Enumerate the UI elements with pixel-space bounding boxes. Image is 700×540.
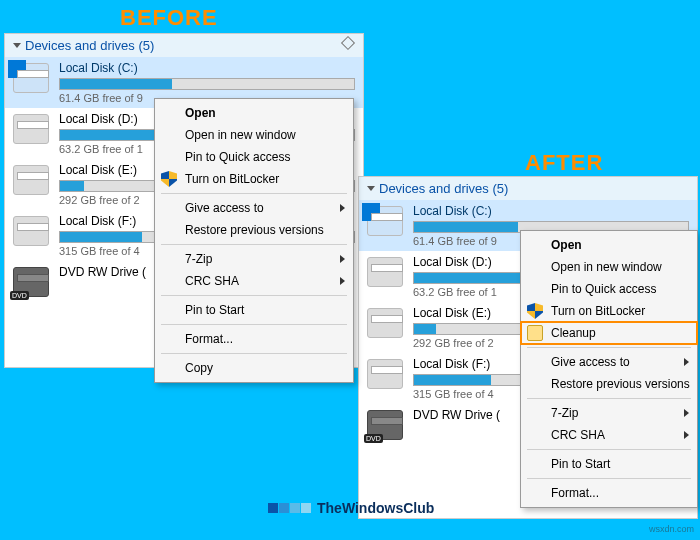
menu-item-cleanup[interactable]: Cleanup <box>521 322 697 344</box>
devices-header-text: Devices and drives (5) <box>379 181 508 196</box>
chevron-right-icon <box>340 204 345 212</box>
before-label: BEFORE <box>120 5 218 31</box>
menu-item-give-access-to[interactable]: Give access to <box>521 351 697 373</box>
thewindowsclub-logo: TheWindowsClub <box>268 500 434 516</box>
menu-item-pin-to-quick-access[interactable]: Pin to Quick access <box>521 278 697 300</box>
menu-item-label: Pin to Start <box>185 303 244 317</box>
hard-drive-icon <box>13 165 49 195</box>
menu-item-label: Open in new window <box>551 260 662 274</box>
menu-item-format[interactable]: Format... <box>155 328 353 350</box>
dvd-badge: DVD <box>10 291 29 300</box>
menu-item-open-in-new-window[interactable]: Open in new window <box>521 256 697 278</box>
menu-separator <box>527 478 691 479</box>
menu-item-copy[interactable]: Copy <box>155 357 353 379</box>
menu-item-format[interactable]: Format... <box>521 482 697 504</box>
chevron-right-icon <box>340 277 345 285</box>
menu-item-label: Give access to <box>185 201 264 215</box>
chevron-down-icon <box>367 186 375 191</box>
menu-item-label: Turn on BitLocker <box>185 172 279 186</box>
menu-separator <box>161 295 347 296</box>
drive-name: Local Disk (C:) <box>59 61 355 75</box>
hard-drive-icon <box>13 216 49 246</box>
menu-item-label: Pin to Start <box>551 457 610 471</box>
menu-item-open-in-new-window[interactable]: Open in new window <box>155 124 353 146</box>
menu-item-label: Copy <box>185 361 213 375</box>
menu-item-label: Pin to Quick access <box>551 282 656 296</box>
chevron-right-icon <box>340 255 345 263</box>
menu-item-label: Open <box>185 106 216 120</box>
menu-item-7-zip[interactable]: 7-Zip <box>155 248 353 270</box>
usage-bar <box>59 78 355 90</box>
menu-item-label: 7-Zip <box>551 406 578 420</box>
hard-drive-icon <box>367 206 403 236</box>
dvd-drive-icon: DVD <box>367 410 403 440</box>
menu-separator <box>527 347 691 348</box>
menu-item-crc-sha[interactable]: CRC SHA <box>521 424 697 446</box>
menu-item-label: Restore previous versions <box>185 223 324 237</box>
menu-item-open[interactable]: Open <box>155 102 353 124</box>
menu-separator <box>161 324 347 325</box>
dvd-drive-icon: DVD <box>13 267 49 297</box>
menu-item-label: Turn on BitLocker <box>551 304 645 318</box>
context-menu-after: OpenOpen in new windowPin to Quick acces… <box>520 230 698 508</box>
chevron-right-icon <box>684 409 689 417</box>
menu-item-restore-previous-versions[interactable]: Restore previous versions <box>155 219 353 241</box>
context-menu-before: OpenOpen in new windowPin to Quick acces… <box>154 98 354 383</box>
menu-item-label: CRC SHA <box>185 274 239 288</box>
hard-drive-icon <box>13 114 49 144</box>
devices-header[interactable]: Devices and drives (5) <box>5 34 363 57</box>
chevron-right-icon <box>684 358 689 366</box>
menu-item-turn-on-bitlocker[interactable]: Turn on BitLocker <box>521 300 697 322</box>
chevron-right-icon <box>684 431 689 439</box>
after-label: AFTER <box>525 150 603 176</box>
menu-item-restore-previous-versions[interactable]: Restore previous versions <box>521 373 697 395</box>
hard-drive-icon <box>367 308 403 338</box>
shield-icon <box>527 303 543 319</box>
menu-item-7-zip[interactable]: 7-Zip <box>521 402 697 424</box>
menu-item-label: Give access to <box>551 355 630 369</box>
menu-item-turn-on-bitlocker[interactable]: Turn on BitLocker <box>155 168 353 190</box>
menu-item-label: Open <box>551 238 582 252</box>
menu-item-label: Pin to Quick access <box>185 150 290 164</box>
menu-item-pin-to-start[interactable]: Pin to Start <box>521 453 697 475</box>
menu-item-label: Format... <box>551 486 599 500</box>
menu-item-pin-to-start[interactable]: Pin to Start <box>155 299 353 321</box>
hard-drive-icon <box>13 63 49 93</box>
menu-item-give-access-to[interactable]: Give access to <box>155 197 353 219</box>
menu-item-open[interactable]: Open <box>521 234 697 256</box>
menu-item-crc-sha[interactable]: CRC SHA <box>155 270 353 292</box>
hard-drive-icon <box>367 359 403 389</box>
hard-drive-icon <box>367 257 403 287</box>
menu-item-label: 7-Zip <box>185 252 212 266</box>
devices-header-text: Devices and drives (5) <box>25 38 154 53</box>
menu-separator <box>527 449 691 450</box>
drive-name: Local Disk (C:) <box>413 204 689 218</box>
menu-separator <box>527 398 691 399</box>
watermark: wsxdn.com <box>649 524 694 534</box>
menu-item-label: Open in new window <box>185 128 296 142</box>
shield-icon <box>161 171 177 187</box>
menu-item-label: CRC SHA <box>551 428 605 442</box>
disk-cleanup-icon <box>527 325 543 341</box>
menu-item-label: Cleanup <box>551 326 596 340</box>
menu-separator <box>161 353 347 354</box>
menu-separator <box>161 244 347 245</box>
menu-item-label: Restore previous versions <box>551 377 690 391</box>
chevron-down-icon <box>13 43 21 48</box>
menu-separator <box>161 193 347 194</box>
dvd-badge: DVD <box>364 434 383 443</box>
menu-item-label: Format... <box>185 332 233 346</box>
menu-item-pin-to-quick-access[interactable]: Pin to Quick access <box>155 146 353 168</box>
devices-header[interactable]: Devices and drives (5) <box>359 177 697 200</box>
